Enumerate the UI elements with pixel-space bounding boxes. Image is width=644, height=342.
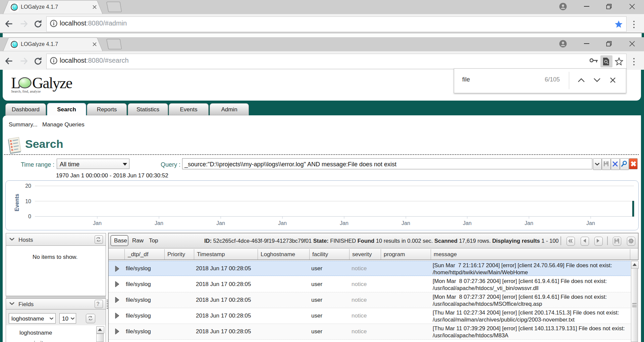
svg-text:Jan: Jan [93,220,102,226]
svg-text:Jan: Jan [155,220,163,226]
svg-text:0: 0 [28,214,31,219]
svg-text:Jan: Jan [525,220,533,226]
svg-text:Events: Events [14,194,20,212]
svg-text:10: 10 [25,198,31,204]
svg-text:Jan: Jan [586,220,595,226]
svg-text:20: 20 [25,183,31,189]
svg-text:Jan: Jan [278,220,287,226]
svg-text:Jan: Jan [463,220,472,226]
svg-text:Jan: Jan [401,220,410,226]
svg-text:Jan: Jan [340,220,348,226]
svg-text:Jan: Jan [216,220,225,226]
